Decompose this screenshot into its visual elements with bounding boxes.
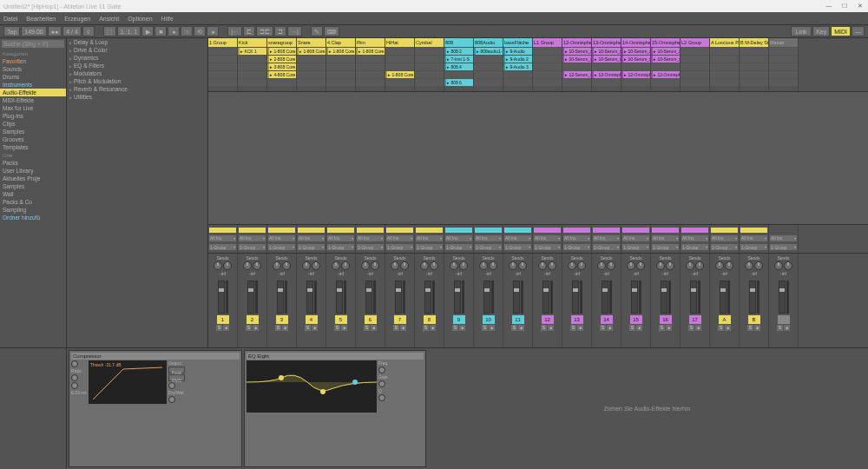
cat-templates[interactable]: Templates [0, 143, 66, 151]
audio-from-dropdown[interactable]: All Ins [209, 235, 236, 241]
clip-slot-empty[interactable] [769, 71, 798, 78]
clip-slot[interactable]: ▸ 2-808 Core Kit [267, 56, 296, 63]
cat-audio-effects[interactable]: Audio-Effekte [0, 89, 66, 96]
send-b-knob[interactable] [754, 261, 763, 270]
audio-from-dropdown[interactable]: All Ins [622, 235, 649, 241]
clip-slot-empty[interactable] [562, 79, 591, 86]
audio-to-dropdown[interactable]: 1-Group [593, 244, 620, 250]
track-header[interactable]: bassFläche [503, 38, 532, 47]
clip-slot-empty[interactable] [740, 56, 768, 63]
clip-slot-empty[interactable] [710, 56, 739, 63]
solo-button[interactable]: S [364, 325, 370, 331]
cat-instruments[interactable]: Instruments [0, 81, 66, 89]
track-color-pad[interactable] [209, 228, 236, 233]
clip-slot[interactable]: ▸ 10-Serum_x64 [651, 48, 680, 55]
track-header[interactable]: B M-Delay Stereo [740, 38, 768, 47]
scene-area[interactable] [208, 92, 868, 224]
track-number[interactable]: 12 [542, 315, 554, 324]
audio-from-dropdown[interactable]: All Ins [268, 235, 295, 241]
track-number[interactable]: 15 [630, 315, 642, 324]
stop-button[interactable]: ■ [155, 26, 167, 36]
clip-slot-empty[interactable] [356, 56, 385, 63]
audio-to-dropdown[interactable]: 1-Group [298, 244, 325, 250]
solo-button[interactable]: S [216, 325, 222, 331]
device-eq-eight[interactable]: EQ Eight Freq Gain Q [244, 350, 426, 467]
solo-button[interactable]: S [718, 325, 724, 331]
clip-slot-empty[interactable] [710, 48, 739, 55]
punch-out[interactable]: ⊐ [274, 26, 286, 36]
send-a-knob[interactable] [745, 261, 753, 270]
send-b-knob[interactable] [371, 261, 379, 270]
volume-fader[interactable] [306, 281, 313, 314]
audio-from-dropdown[interactable]: All Ins [740, 235, 767, 241]
send-b-knob[interactable] [636, 261, 645, 270]
audio-to-dropdown[interactable]: 1-Group [268, 244, 295, 250]
clip-slot[interactable]: ▸ 1-808 Core Kit [356, 48, 385, 55]
send-a-knob[interactable] [509, 261, 517, 270]
clip-slot[interactable]: ▸ 12-Omnispher [592, 71, 621, 78]
drop-hint[interactable]: Ziehen Sie Audio-Effekte hierhin [428, 350, 866, 467]
volume-fader[interactable] [749, 281, 756, 314]
track-header[interactable]: Cymbal [415, 38, 444, 47]
menu-create[interactable]: Erzeugen [64, 16, 90, 22]
track-header[interactable]: Master [769, 38, 798, 47]
session-record[interactable]: ● [207, 26, 219, 36]
send-a-knob[interactable] [479, 261, 488, 270]
clip-slot-empty[interactable] [533, 48, 562, 55]
browser-search[interactable]: Suche (Strg + F) [2, 40, 64, 48]
file-item[interactable]: EQ & Filters [67, 62, 207, 69]
clip-slot[interactable]: ▸ 9-Audio 3 [503, 63, 532, 70]
clip-slot-empty[interactable] [238, 56, 266, 63]
menu-file[interactable]: Datei [3, 16, 17, 22]
record-arm-button[interactable]: ● [459, 325, 465, 331]
file-item[interactable]: Dynamics [67, 54, 207, 62]
key-map[interactable]: Key [812, 26, 830, 36]
send-a-knob[interactable] [568, 261, 576, 270]
clip-slot-empty[interactable] [326, 79, 355, 86]
file-item[interactable]: Delay & Loop [67, 38, 207, 46]
volume-fader[interactable] [572, 281, 579, 314]
track-color-pad[interactable] [386, 228, 413, 233]
track-color-pad[interactable] [681, 228, 708, 233]
menu-view[interactable]: Ansicht [99, 16, 119, 22]
volume-fader[interactable] [513, 281, 520, 314]
minimize-button[interactable]: — [825, 3, 833, 10]
solo-button[interactable]: S [747, 325, 753, 331]
cat-sounds[interactable]: Sounds [0, 65, 66, 73]
audio-from-dropdown[interactable]: All Ins [593, 235, 620, 241]
send-b-knob[interactable] [695, 261, 704, 270]
cat-plugins[interactable]: Plug-Ins [0, 112, 66, 120]
clip-slot-empty[interactable] [740, 63, 768, 70]
track-header[interactable]: 14-Omnisphere [621, 38, 650, 47]
track-number[interactable]: 17 [689, 315, 701, 324]
audio-from-dropdown[interactable]: All Ins [239, 235, 266, 241]
clip-slot-empty[interactable] [208, 48, 237, 55]
audio-from-dropdown[interactable]: All Ins [652, 235, 679, 241]
place-samples[interactable]: Samples [0, 182, 66, 190]
track-color-pad[interactable] [327, 228, 354, 233]
loop-toggle[interactable]: ⊐⊏ [256, 26, 273, 36]
solo-button[interactable]: S [511, 325, 517, 331]
eq-freq-knob[interactable] [378, 367, 385, 373]
record-arm-button[interactable]: ● [489, 325, 495, 331]
clip-slot[interactable]: ▸ 1-808 Core Kit [326, 48, 355, 55]
track-color-pad[interactable] [652, 228, 679, 233]
record-arm-button[interactable]: ● [400, 325, 406, 331]
track-number[interactable]: 5 [335, 315, 347, 324]
clip-slot-empty[interactable] [208, 79, 237, 86]
send-a-knob[interactable] [420, 261, 429, 270]
audio-from-dropdown[interactable]: All Ins [504, 235, 531, 241]
send-b-knob[interactable] [577, 261, 586, 270]
clip-slot[interactable]: ▸ 9-Audio [503, 48, 532, 55]
audio-from-dropdown[interactable]: All Ins [298, 235, 325, 241]
clip-slot-empty[interactable] [415, 71, 444, 78]
clip-slot[interactable]: ▸ 808 6 [444, 79, 473, 86]
track-header[interactable]: 808 [444, 38, 473, 47]
play-button[interactable]: ▶ [141, 26, 154, 36]
track-header[interactable]: 1 Group [208, 38, 237, 47]
place-packs-co[interactable]: Packs & Co [0, 198, 66, 206]
send-b-knob[interactable] [489, 261, 497, 270]
clip-slot-empty[interactable] [356, 63, 385, 70]
eq-gain-knob[interactable] [378, 380, 385, 387]
automation-arm[interactable]: ⟲ [194, 26, 206, 36]
